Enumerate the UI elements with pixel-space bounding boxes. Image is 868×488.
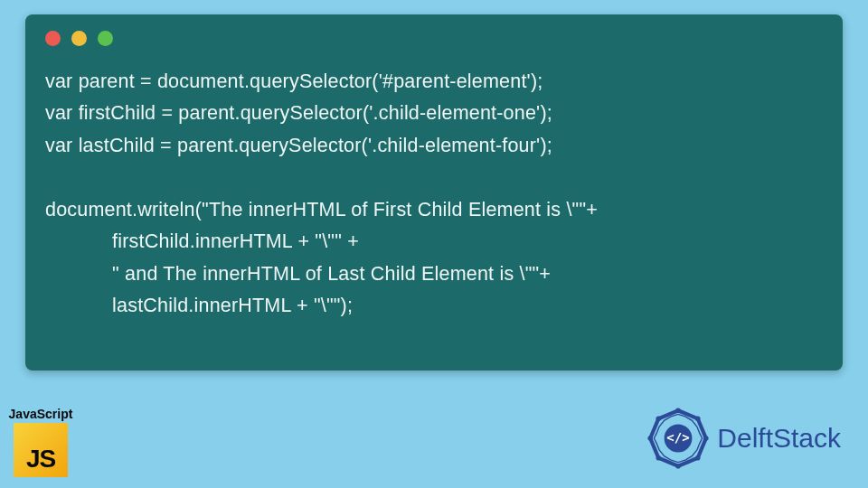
svg-point-5 (695, 417, 701, 422)
brand-logo-icon: </> (646, 407, 710, 470)
window-traffic-lights (45, 31, 823, 46)
code-line: var parent = document.querySelector('#pa… (45, 70, 542, 92)
svg-point-7 (695, 455, 701, 461)
brand-name: DelftStack (717, 423, 841, 454)
code-line: document.writeln("The innerHTML of First… (45, 199, 598, 221)
code-content: var parent = document.querySelector('#pa… (45, 66, 823, 323)
code-line: lastChild.innerHTML + "\""); (45, 295, 353, 316)
javascript-icon: JS (14, 423, 68, 477)
brand: </> DelftStack (646, 407, 841, 470)
svg-point-8 (675, 464, 681, 469)
code-line: var firstChild = parent.querySelector('.… (45, 102, 552, 124)
javascript-tile-text: JS (26, 445, 55, 474)
code-window: var parent = document.querySelector('#pa… (25, 14, 843, 371)
code-line: var lastChild = parent.querySelector('.c… (45, 135, 552, 156)
close-icon (45, 31, 61, 46)
javascript-label: JavaScript (5, 407, 76, 421)
svg-point-11 (656, 417, 662, 422)
code-line: firstChild.innerHTML + "\"" + (45, 230, 359, 252)
svg-point-10 (648, 436, 654, 441)
minimize-icon (71, 31, 87, 46)
maximize-icon (98, 31, 113, 46)
svg-text:</>: </> (667, 430, 690, 445)
javascript-badge: JavaScript JS (5, 407, 76, 477)
code-line: " and The innerHTML of Last Child Elemen… (45, 263, 551, 285)
svg-point-6 (703, 436, 709, 441)
svg-point-4 (675, 408, 681, 413)
svg-point-9 (656, 455, 662, 461)
